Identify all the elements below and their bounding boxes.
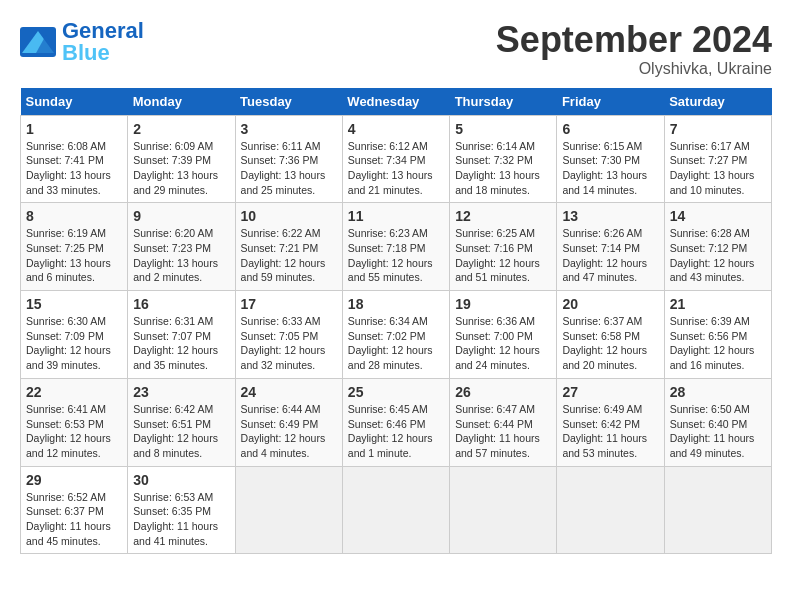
calendar-cell: 30 Sunrise: 6:53 AM Sunset: 6:35 PM Dayl…	[128, 466, 235, 554]
sunrise: Sunrise: 6:39 AM	[670, 315, 750, 327]
sunrise: Sunrise: 6:41 AM	[26, 403, 106, 415]
calendar-table: Sunday Monday Tuesday Wednesday Thursday…	[20, 88, 772, 555]
daylight: Daylight: 12 hours and 12 minutes.	[26, 432, 111, 459]
day-info: Sunrise: 6:25 AM Sunset: 7:16 PM Dayligh…	[455, 226, 551, 285]
sunset: Sunset: 7:09 PM	[26, 330, 104, 342]
day-info: Sunrise: 6:14 AM Sunset: 7:32 PM Dayligh…	[455, 139, 551, 198]
sunset: Sunset: 7:07 PM	[133, 330, 211, 342]
calendar-cell: 5 Sunrise: 6:14 AM Sunset: 7:32 PM Dayli…	[450, 115, 557, 203]
day-number: 8	[26, 208, 122, 224]
calendar-cell: 10 Sunrise: 6:22 AM Sunset: 7:21 PM Dayl…	[235, 203, 342, 291]
day-number: 24	[241, 384, 337, 400]
sunset: Sunset: 7:16 PM	[455, 242, 533, 254]
daylight: Daylight: 12 hours and 4 minutes.	[241, 432, 326, 459]
day-number: 25	[348, 384, 444, 400]
daylight: Daylight: 12 hours and 59 minutes.	[241, 257, 326, 284]
day-number: 11	[348, 208, 444, 224]
sunset: Sunset: 7:36 PM	[241, 154, 319, 166]
day-info: Sunrise: 6:47 AM Sunset: 6:44 PM Dayligh…	[455, 402, 551, 461]
sunrise: Sunrise: 6:12 AM	[348, 140, 428, 152]
sunset: Sunset: 7:32 PM	[455, 154, 533, 166]
day-info: Sunrise: 6:33 AM Sunset: 7:05 PM Dayligh…	[241, 314, 337, 373]
calendar-cell: 4 Sunrise: 6:12 AM Sunset: 7:34 PM Dayli…	[342, 115, 449, 203]
header-wednesday: Wednesday	[342, 88, 449, 116]
daylight: Daylight: 12 hours and 51 minutes.	[455, 257, 540, 284]
daylight: Daylight: 11 hours and 57 minutes.	[455, 432, 540, 459]
daylight: Daylight: 12 hours and 28 minutes.	[348, 344, 433, 371]
sunrise: Sunrise: 6:52 AM	[26, 491, 106, 503]
day-number: 7	[670, 121, 766, 137]
day-number: 3	[241, 121, 337, 137]
day-number: 26	[455, 384, 551, 400]
day-info: Sunrise: 6:31 AM Sunset: 7:07 PM Dayligh…	[133, 314, 229, 373]
calendar-cell	[342, 466, 449, 554]
sunset: Sunset: 7:02 PM	[348, 330, 426, 342]
sunrise: Sunrise: 6:19 AM	[26, 227, 106, 239]
sunset: Sunset: 6:53 PM	[26, 418, 104, 430]
month-title: September 2024	[496, 20, 772, 60]
calendar-cell: 22 Sunrise: 6:41 AM Sunset: 6:53 PM Dayl…	[21, 378, 128, 466]
sunrise: Sunrise: 6:33 AM	[241, 315, 321, 327]
day-number: 23	[133, 384, 229, 400]
calendar-cell: 14 Sunrise: 6:28 AM Sunset: 7:12 PM Dayl…	[664, 203, 771, 291]
page-header: GeneralBlue September 2024 Olyshivka, Uk…	[20, 20, 772, 78]
sunrise: Sunrise: 6:15 AM	[562, 140, 642, 152]
header-thursday: Thursday	[450, 88, 557, 116]
daylight: Daylight: 11 hours and 45 minutes.	[26, 520, 111, 547]
sunset: Sunset: 6:44 PM	[455, 418, 533, 430]
sunset: Sunset: 7:41 PM	[26, 154, 104, 166]
day-info: Sunrise: 6:11 AM Sunset: 7:36 PM Dayligh…	[241, 139, 337, 198]
sunrise: Sunrise: 6:45 AM	[348, 403, 428, 415]
daylight: Daylight: 12 hours and 47 minutes.	[562, 257, 647, 284]
sunset: Sunset: 7:14 PM	[562, 242, 640, 254]
sunset: Sunset: 6:51 PM	[133, 418, 211, 430]
calendar-cell: 20 Sunrise: 6:37 AM Sunset: 6:58 PM Dayl…	[557, 291, 664, 379]
daylight: Daylight: 13 hours and 21 minutes.	[348, 169, 433, 196]
day-info: Sunrise: 6:49 AM Sunset: 6:42 PM Dayligh…	[562, 402, 658, 461]
sunrise: Sunrise: 6:36 AM	[455, 315, 535, 327]
daylight: Daylight: 11 hours and 49 minutes.	[670, 432, 755, 459]
day-number: 30	[133, 472, 229, 488]
day-number: 9	[133, 208, 229, 224]
sunrise: Sunrise: 6:53 AM	[133, 491, 213, 503]
sunrise: Sunrise: 6:47 AM	[455, 403, 535, 415]
day-info: Sunrise: 6:17 AM Sunset: 7:27 PM Dayligh…	[670, 139, 766, 198]
day-info: Sunrise: 6:53 AM Sunset: 6:35 PM Dayligh…	[133, 490, 229, 549]
calendar-cell: 7 Sunrise: 6:17 AM Sunset: 7:27 PM Dayli…	[664, 115, 771, 203]
calendar-cell: 28 Sunrise: 6:50 AM Sunset: 6:40 PM Dayl…	[664, 378, 771, 466]
day-info: Sunrise: 6:42 AM Sunset: 6:51 PM Dayligh…	[133, 402, 229, 461]
daylight: Daylight: 13 hours and 6 minutes.	[26, 257, 111, 284]
sunrise: Sunrise: 6:28 AM	[670, 227, 750, 239]
calendar-header: Sunday Monday Tuesday Wednesday Thursday…	[21, 88, 772, 116]
calendar-cell: 8 Sunrise: 6:19 AM Sunset: 7:25 PM Dayli…	[21, 203, 128, 291]
day-number: 16	[133, 296, 229, 312]
day-info: Sunrise: 6:52 AM Sunset: 6:37 PM Dayligh…	[26, 490, 122, 549]
calendar-cell: 11 Sunrise: 6:23 AM Sunset: 7:18 PM Dayl…	[342, 203, 449, 291]
day-info: Sunrise: 6:22 AM Sunset: 7:21 PM Dayligh…	[241, 226, 337, 285]
day-info: Sunrise: 6:39 AM Sunset: 6:56 PM Dayligh…	[670, 314, 766, 373]
daylight: Daylight: 12 hours and 39 minutes.	[26, 344, 111, 371]
day-info: Sunrise: 6:23 AM Sunset: 7:18 PM Dayligh…	[348, 226, 444, 285]
day-number: 15	[26, 296, 122, 312]
sunrise: Sunrise: 6:31 AM	[133, 315, 213, 327]
header-saturday: Saturday	[664, 88, 771, 116]
daylight: Daylight: 12 hours and 20 minutes.	[562, 344, 647, 371]
day-number: 27	[562, 384, 658, 400]
calendar-cell: 26 Sunrise: 6:47 AM Sunset: 6:44 PM Dayl…	[450, 378, 557, 466]
sunrise: Sunrise: 6:11 AM	[241, 140, 321, 152]
title-block: September 2024 Olyshivka, Ukraine	[496, 20, 772, 78]
calendar-cell: 18 Sunrise: 6:34 AM Sunset: 7:02 PM Dayl…	[342, 291, 449, 379]
calendar-cell: 3 Sunrise: 6:11 AM Sunset: 7:36 PM Dayli…	[235, 115, 342, 203]
calendar-cell	[450, 466, 557, 554]
sunrise: Sunrise: 6:44 AM	[241, 403, 321, 415]
daylight: Daylight: 12 hours and 8 minutes.	[133, 432, 218, 459]
day-number: 29	[26, 472, 122, 488]
daylight: Daylight: 12 hours and 32 minutes.	[241, 344, 326, 371]
day-number: 28	[670, 384, 766, 400]
sunrise: Sunrise: 6:34 AM	[348, 315, 428, 327]
calendar-cell: 9 Sunrise: 6:20 AM Sunset: 7:23 PM Dayli…	[128, 203, 235, 291]
day-info: Sunrise: 6:44 AM Sunset: 6:49 PM Dayligh…	[241, 402, 337, 461]
day-number: 2	[133, 121, 229, 137]
sunrise: Sunrise: 6:26 AM	[562, 227, 642, 239]
header-sunday: Sunday	[21, 88, 128, 116]
